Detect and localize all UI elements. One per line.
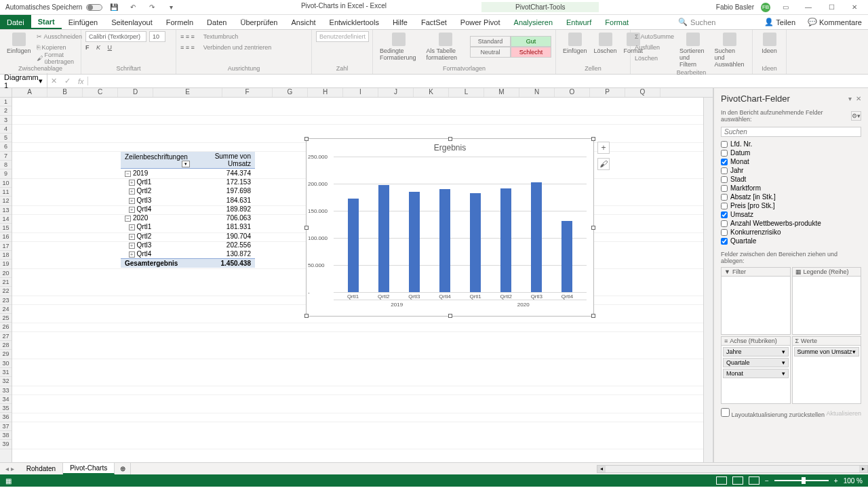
wrap-text-button[interactable]: Textumbruch <box>203 33 239 40</box>
cell-grid[interactable]: Zeilenbeschriftungen▾ Summe von Umsatz −… <box>12 98 703 462</box>
share-button[interactable]: 👤Teilen <box>758 17 802 27</box>
style-schlecht[interactable]: Schlecht <box>511 47 551 58</box>
as-table-button[interactable]: Als Tabelle formatieren <box>424 31 467 62</box>
resize-handle[interactable] <box>591 226 595 230</box>
field-item[interactable]: Umsatz <box>721 210 861 219</box>
field-item[interactable]: Lfd. Nr. <box>721 140 861 148</box>
tab-page-layout[interactable]: Seitenlayout <box>104 15 159 29</box>
ribbon-search[interactable]: 🔍Suchen <box>678 18 715 26</box>
resize-handle[interactable] <box>448 137 452 141</box>
underline-button[interactable]: U <box>108 44 113 51</box>
fill-button[interactable]: Ausfüllen <box>635 42 674 53</box>
field-item[interactable]: Quartale <box>721 237 861 245</box>
select-all-corner[interactable] <box>0 88 12 97</box>
maximize-icon[interactable]: ☐ <box>823 1 840 14</box>
tab-insert[interactable]: Einfügen <box>62 15 104 29</box>
tab-analyze[interactable]: Analysieren <box>507 15 559 29</box>
pivot-row-header[interactable]: Zeilenbeschriftungen▾ <box>121 152 194 169</box>
field-item[interactable]: Stadt <box>721 175 861 184</box>
cells-insert-button[interactable]: Einfügen <box>560 31 590 56</box>
tab-design[interactable]: Entwurf <box>559 15 598 29</box>
merge-button[interactable]: Verbinden und zentrieren <box>203 44 272 51</box>
normal-view-icon[interactable] <box>716 476 727 485</box>
chevron-down-icon[interactable]: ▾ <box>848 95 852 102</box>
find-select-button[interactable]: Suchen und Auswählen <box>712 31 748 69</box>
field-item[interactable]: Marktform <box>721 184 861 192</box>
field-item[interactable]: Jahr <box>721 166 861 175</box>
page-break-view-icon[interactable] <box>749 476 760 485</box>
tab-home[interactable]: Start <box>31 15 62 29</box>
tab-factset[interactable]: FactSet <box>414 15 454 29</box>
zoom-out-button[interactable]: − <box>765 477 769 485</box>
user-name[interactable]: Fabio Basler <box>716 3 754 11</box>
resize-handle[interactable] <box>304 314 309 318</box>
zoom-level[interactable]: 100 % <box>844 477 863 485</box>
gear-icon[interactable]: ⚙▾ <box>851 111 862 121</box>
tab-file[interactable]: Datei <box>0 15 31 29</box>
vertical-scrollbar[interactable] <box>703 98 713 462</box>
resize-handle[interactable] <box>304 137 309 141</box>
fx-icon[interactable]: fx <box>78 77 84 85</box>
align-icons-2[interactable]: ≡ ≡ ≡ <box>180 44 195 51</box>
font-name-select[interactable]: Calibri (Textkörper) <box>85 31 146 42</box>
field-item[interactable]: Preis [pro Stk.] <box>721 201 861 210</box>
field-item[interactable]: Monat <box>721 157 861 166</box>
chart-title[interactable]: Ergebnis <box>307 139 593 157</box>
paste-button[interactable]: Einfügen <box>4 31 34 64</box>
sheet-nav[interactable]: ◂ ▸ <box>0 465 20 472</box>
column-headers[interactable]: ABCDEFGHIJKLMNOPQ <box>0 88 713 98</box>
horizontal-scrollbar[interactable]: ◂▸ <box>597 465 868 473</box>
tab-review[interactable]: Überprüfen <box>233 15 284 29</box>
cells-delete-button[interactable]: Löschen <box>591 31 620 56</box>
style-neutral[interactable]: Neutral <box>470 47 511 58</box>
area-legend[interactable]: ▦Legende (Reihe) <box>792 267 862 335</box>
row-headers[interactable]: 1234567891011121314151617181920212223242… <box>0 98 12 462</box>
undo-icon[interactable]: ↶ <box>128 3 138 12</box>
page-layout-view-icon[interactable] <box>732 476 743 485</box>
chart-elements-button[interactable]: + <box>597 142 610 154</box>
ideas-button[interactable]: Ideen <box>757 31 782 56</box>
cond-format-button[interactable]: Bedingte Formatierung <box>377 31 421 62</box>
chart-styles-button[interactable]: 🖌 <box>597 158 610 170</box>
align-icons[interactable]: ≡ ≡ ≡ <box>180 33 195 40</box>
autosave-toggle[interactable] <box>86 4 102 11</box>
pivot-value-header[interactable]: Summe von Umsatz <box>194 152 255 169</box>
qat-dropdown-icon[interactable]: ▾ <box>166 3 176 12</box>
comments-button[interactable]: 💬Kommentare <box>802 17 868 27</box>
resize-handle[interactable] <box>304 226 309 230</box>
axis-chip[interactable]: Jahre▾ <box>723 347 789 357</box>
value-chip[interactable]: Summe von Umsatz▾ <box>794 347 860 357</box>
tab-developer[interactable]: Entwicklertools <box>323 15 386 29</box>
tab-formulas[interactable]: Formeln <box>159 15 200 29</box>
filter-dropdown-icon[interactable]: ▾ <box>182 161 190 167</box>
cut-button[interactable]: ✂Ausschneiden <box>37 31 83 42</box>
cancel-formula-icon[interactable]: ✕ <box>51 77 57 85</box>
sheet-tab-pivot-charts[interactable]: Pivot-Charts <box>63 463 115 474</box>
redo-icon[interactable]: ↷ <box>147 3 157 12</box>
fields-search-input[interactable] <box>721 127 861 137</box>
close-icon[interactable]: ✕ <box>846 1 863 14</box>
close-pane-icon[interactable]: ✕ <box>856 95 861 102</box>
sort-filter-button[interactable]: Sortieren und Filtern <box>677 31 709 69</box>
tab-powerpivot[interactable]: Power Pivot <box>454 15 507 29</box>
area-values[interactable]: ΣWerteSumme von Umsatz▾ <box>792 336 862 404</box>
add-sheet-button[interactable]: ⊕ <box>115 463 131 474</box>
number-format-select[interactable]: Benutzerdefiniert <box>316 31 369 42</box>
tab-help[interactable]: Hilfe <box>386 15 414 29</box>
sheet-tab-rohdaten[interactable]: Rohdaten <box>20 463 63 474</box>
resize-handle[interactable] <box>448 314 452 318</box>
pivot-table[interactable]: Zeilenbeschriftungen▾ Summe von Umsatz −… <box>121 152 255 268</box>
defer-layout-checkbox[interactable]: Layoutaktualisierung zurückstellen <box>721 408 825 418</box>
save-icon[interactable]: 💾 <box>109 3 119 12</box>
pivot-chart[interactable]: + 🖌 Ergebnis -50.000100.000150.000200.00… <box>306 138 594 317</box>
resize-handle[interactable] <box>591 314 595 318</box>
autosum-button[interactable]: ΣAutoSumme <box>635 31 674 42</box>
style-standard[interactable]: Standard <box>470 36 511 47</box>
tab-format[interactable]: Format <box>598 15 635 29</box>
clear-button[interactable]: Löschen <box>635 53 674 64</box>
axis-chip[interactable]: Monat▾ <box>723 369 789 378</box>
name-box[interactable]: Diagramm 1▾ <box>0 73 47 89</box>
resize-handle[interactable] <box>591 137 595 141</box>
ribbon-display-icon[interactable]: ▭ <box>777 1 793 14</box>
field-item[interactable]: Konkurrenzrisiko <box>721 228 861 237</box>
